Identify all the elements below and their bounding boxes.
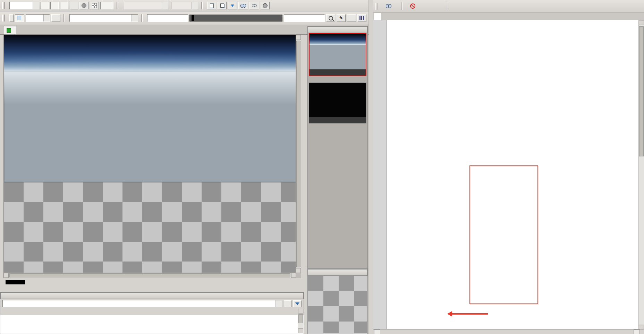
flip-y-button[interactable] (51, 14, 60, 22)
vscroll-thumb[interactable] (298, 314, 303, 323)
scroll-down-icon[interactable] (298, 328, 303, 333)
tab-compilation-settings[interactable] (374, 329, 380, 334)
channels-select[interactable] (9, 2, 39, 9)
range-max-input[interactable] (284, 14, 325, 22)
texture-list-vscrollbar[interactable] (298, 309, 303, 333)
shader-toolbar (373, 0, 644, 12)
zoom-1to1-button[interactable] (9, 14, 14, 22)
output-thumbnail-color[interactable] (309, 33, 366, 76)
texture-settings-button[interactable] (261, 2, 270, 9)
viewport-hscrollbar[interactable] (4, 273, 296, 278)
hscroll-thumb[interactable] (9, 273, 290, 277)
find-texture-button[interactable] (238, 2, 248, 9)
scroll-up-icon[interactable] (639, 20, 644, 25)
separator (401, 2, 402, 10)
scroll-up-icon[interactable] (298, 309, 303, 314)
shader-viewer-pane (373, 0, 644, 334)
chevron-down-icon (276, 300, 282, 307)
separator (63, 14, 65, 22)
scroll-right-icon[interactable] (291, 273, 296, 278)
vscroll-thumb[interactable] (296, 41, 300, 267)
apply-changes-button[interactable] (423, 5, 430, 8)
hover-color-swatch (6, 280, 25, 284)
copy-texture-button[interactable] (218, 2, 227, 9)
thumbnail-sky (310, 34, 366, 45)
channel-b-toggle[interactable] (60, 2, 68, 9)
zoom-range-button[interactable] (326, 14, 335, 22)
gamma-icon (82, 3, 86, 8)
filter-button[interactable] (293, 300, 302, 307)
texture-filter-select[interactable] (2, 300, 282, 307)
range-slider-thumb[interactable] (192, 15, 194, 21)
range-min-input[interactable] (147, 14, 188, 22)
viewport-vscrollbar[interactable] (296, 35, 301, 273)
scroll-down-icon[interactable] (639, 325, 644, 329)
overlay-select[interactable] (69, 14, 138, 22)
alpha-background-button[interactable] (90, 2, 99, 9)
edit-range-button[interactable]: ✎ (337, 14, 346, 22)
magnifier-icon (329, 16, 333, 20)
separator (446, 2, 447, 10)
scroll-down-icon[interactable] (296, 268, 301, 273)
toolbar-grip[interactable] (2, 15, 5, 22)
gamma-button[interactable] (79, 2, 88, 9)
editor-vscrollbar[interactable] (638, 20, 644, 329)
binoculars-icon (240, 4, 246, 8)
tab-cur-output[interactable] (3, 26, 16, 34)
remove-changes-button[interactable] (434, 5, 441, 8)
vscroll-thumb[interactable] (639, 26, 644, 156)
tab-main-glsl[interactable] (374, 13, 381, 20)
histogram-button[interactable] (357, 14, 366, 22)
gear-icon (263, 3, 268, 8)
texture-viewport[interactable] (3, 35, 301, 278)
texture-list-titlebar[interactable] (0, 292, 304, 299)
reset-icon (410, 3, 415, 9)
checkerboard-icon (92, 3, 97, 8)
channel-r-toggle[interactable] (41, 2, 49, 9)
outputs-titlebar[interactable] (308, 26, 367, 33)
slice-select[interactable] (171, 2, 198, 9)
visualize-button[interactable] (100, 2, 113, 9)
rendered-sky (4, 35, 296, 72)
save-texture-button[interactable] (207, 2, 216, 9)
shader-bottom-bar (373, 329, 644, 334)
copy-icon (220, 3, 224, 8)
save-icon (210, 3, 214, 8)
toolbar-grip[interactable] (375, 3, 378, 10)
separator (141, 14, 143, 22)
reset-range-button[interactable] (347, 14, 356, 22)
goto-button[interactable] (228, 2, 237, 9)
texture-list-controls (0, 299, 304, 308)
outputs-panel (307, 26, 368, 269)
transparency-checkerboard (4, 182, 296, 273)
chevron-down-icon (132, 15, 138, 22)
mip-select[interactable] (124, 2, 168, 9)
pick-pixel-hint (3, 285, 302, 291)
zoom-select[interactable] (26, 14, 50, 22)
channel-g-toggle[interactable] (50, 2, 59, 9)
toolbar-grip[interactable] (2, 2, 5, 9)
reset-button[interactable] (408, 2, 420, 10)
texture-status-line (3, 279, 302, 285)
side-column (307, 26, 368, 334)
scroll-left-icon[interactable] (4, 273, 9, 278)
find-button[interactable] (383, 3, 396, 9)
binoculars-icon (386, 4, 391, 8)
scroll-up-icon[interactable] (296, 35, 301, 40)
pixel-context-titlebar[interactable] (308, 269, 367, 276)
code-editor[interactable] (373, 20, 644, 329)
filter-icon (295, 302, 299, 305)
zoom-fit-button[interactable] (15, 14, 24, 22)
texture-image[interactable] (4, 35, 296, 182)
open-resource-button[interactable] (249, 2, 259, 9)
texture-table-body (0, 315, 304, 334)
pixel-context-view[interactable] (308, 276, 367, 333)
range-slider[interactable] (189, 15, 282, 22)
clear-filter-button[interactable] (284, 300, 291, 307)
tab-errors[interactable] (634, 329, 640, 334)
chevron-down-icon (33, 2, 39, 9)
link-icon (252, 4, 257, 7)
output-thumbnail-depth[interactable] (309, 83, 366, 123)
fit-icon (17, 16, 21, 20)
channel-a-toggle[interactable] (70, 2, 78, 9)
